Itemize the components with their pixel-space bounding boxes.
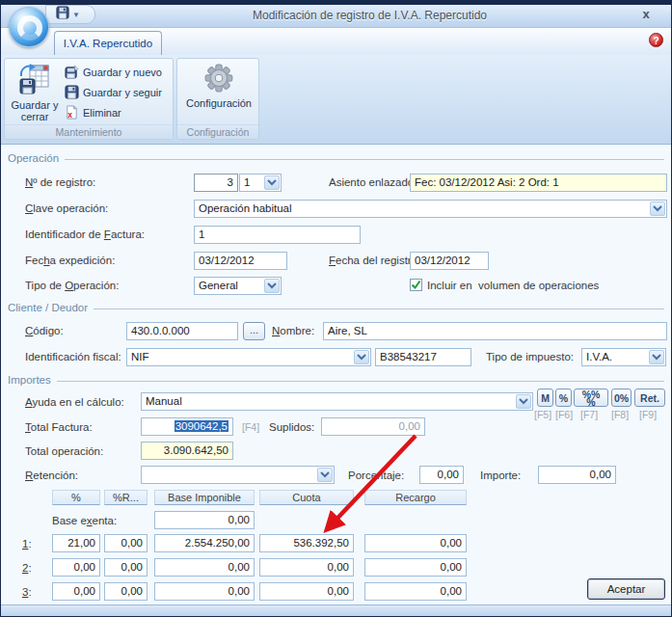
incluir-volumen-checkbox[interactable] xyxy=(410,279,422,291)
chevron-down-icon[interactable] xyxy=(354,350,369,364)
importe-field[interactable]: 0,00 xyxy=(538,466,616,484)
configuracion-button[interactable]: Configuración xyxy=(190,61,248,124)
identificacion-fiscal-value: NIF xyxy=(131,351,149,362)
percent-quick-button[interactable]: % xyxy=(555,389,572,407)
row-2-pct-r-field[interactable]: 0,00 xyxy=(104,558,148,577)
eliminar-label: Eliminar xyxy=(83,107,121,119)
titlebar[interactable]: Modificación de registro de I.V.A. Reper… xyxy=(1,5,671,28)
aceptar-button[interactable]: Aceptar xyxy=(587,578,665,600)
close-icon[interactable]: x xyxy=(638,7,654,21)
codigo-field[interactable]: 430.0.0.000 xyxy=(126,322,238,340)
chevron-down-icon[interactable] xyxy=(516,394,531,409)
tipo-impuesto-label: Tipo de impuesto: xyxy=(486,351,574,362)
tab-iva-repercutido[interactable]: I.V.A. Repercutido xyxy=(54,31,162,55)
nombre-field[interactable]: Aire, SL xyxy=(323,322,667,340)
chevron-down-icon[interactable]: ▼ xyxy=(72,11,80,19)
f9-hint: [F9] xyxy=(639,409,657,420)
row-2-recargo-field[interactable]: 0,00 xyxy=(364,558,467,577)
row-1-label: 1: xyxy=(22,538,32,550)
total-operacion-label: Total operación: xyxy=(25,445,103,457)
chevron-down-icon[interactable] xyxy=(317,468,333,482)
fecha-expedicion-field[interactable]: 03/12/2012 xyxy=(194,252,287,270)
base-exenta-label: Base exenta: xyxy=(52,515,117,526)
zero-percent-quick-button[interactable]: 0% xyxy=(611,389,632,407)
importe-label: Importe: xyxy=(480,469,521,481)
clave-label: Clave operación: xyxy=(25,202,108,214)
col-header-recargo: Recargo xyxy=(364,490,467,505)
row-1-recargo-field[interactable]: 0,00 xyxy=(364,534,467,552)
registro-label: Nº de registro: xyxy=(25,176,95,188)
chevron-down-icon[interactable] xyxy=(264,175,280,190)
help-icon[interactable]: ? xyxy=(649,33,663,47)
guardar-y-seguir-label: Guardar y seguir xyxy=(83,87,162,98)
guardar-y-nuevo-button[interactable]: Guardar y nuevo xyxy=(65,63,162,82)
section-cliente: Cliente / Deudor xyxy=(8,302,664,313)
f5-hint: [F5] xyxy=(534,409,551,420)
row-1-pct-field[interactable]: 21,00 xyxy=(52,534,100,552)
total-factura-label: Total Factura: xyxy=(25,421,93,433)
double-percent-quick-button[interactable]: %%% xyxy=(574,389,608,407)
application-menu-button[interactable] xyxy=(9,7,49,47)
total-operacion-field[interactable]: 3.090.642,50 xyxy=(141,442,233,460)
retencion-select[interactable] xyxy=(141,466,335,484)
chevron-down-icon[interactable] xyxy=(650,201,665,216)
row-3-pct-r-field[interactable]: 0,00 xyxy=(104,582,148,601)
col-header-cuota: Cuota xyxy=(259,490,354,505)
window-bottom-strip xyxy=(1,604,671,616)
row-1-base-field[interactable]: 2.554.250,00 xyxy=(154,534,255,552)
manual-quick-button[interactable]: M xyxy=(537,389,553,407)
checkmark-icon xyxy=(411,280,421,290)
porcentaje-field[interactable]: 0,00 xyxy=(419,466,464,484)
asiento-field[interactable]: Fec: 03/12/2012 Asi: 2 Ord: 1 xyxy=(410,174,667,192)
f8-hint: [F8] xyxy=(611,409,629,420)
identificacion-fiscal-label: Identificación fiscal: xyxy=(25,351,121,362)
row-2-cuota-field[interactable]: 0,00 xyxy=(259,558,354,577)
row-3-recargo-field[interactable]: 0,00 xyxy=(364,582,467,601)
tipo-impuesto-select[interactable]: I.V.A. xyxy=(581,348,666,366)
chevron-down-icon[interactable] xyxy=(264,279,280,293)
section-cliente-title: Cliente / Deudor xyxy=(8,302,88,313)
row-3-label: 3: xyxy=(22,586,32,598)
fecha-registro-label: Fecha del registro: xyxy=(329,255,420,266)
quick-access-toolbar: ▼ xyxy=(45,5,95,24)
row-1-cuota-field[interactable]: 536.392,50 xyxy=(259,534,354,552)
svg-text:x: x xyxy=(67,110,72,120)
save-new-icon xyxy=(65,65,79,81)
ribbon-tabstrip: I.V.A. Repercutido xyxy=(1,28,671,55)
guardar-y-cerrar-button[interactable]: Guardar y cerrar xyxy=(7,61,63,124)
section-importes-title: Importes xyxy=(8,374,51,386)
total-factura-field[interactable]: 3090642,5 xyxy=(141,417,233,436)
row-2-base-field[interactable]: 0,00 xyxy=(154,558,255,577)
chevron-down-icon[interactable] xyxy=(649,350,664,364)
row-2-pct-field[interactable]: 0,00 xyxy=(52,558,100,577)
registro-sub-value: 1 xyxy=(244,176,250,188)
retencion-quick-button[interactable]: Ret. xyxy=(634,389,665,407)
group-caption-configuracion: Configuración xyxy=(177,124,258,139)
base-exenta-field[interactable]: 0,00 xyxy=(154,511,255,529)
ayuda-calculo-select[interactable]: Manual xyxy=(141,392,533,411)
nif-numero-field[interactable]: B38543217 xyxy=(375,348,471,366)
col-header-pct: % xyxy=(52,490,100,505)
registro-field[interactable]: 3 xyxy=(194,174,238,192)
identificador-field[interactable]: 1 xyxy=(194,226,361,244)
save-icon[interactable] xyxy=(56,6,69,23)
eliminar-button[interactable]: x Eliminar xyxy=(65,103,121,122)
ribbon-group-configuracion: Configuración Configuración xyxy=(176,58,259,140)
codigo-label: Código: xyxy=(25,325,64,336)
fecha-expedicion-label: Fecha expedición: xyxy=(25,255,115,266)
row-3-pct-field[interactable]: 0,00 xyxy=(52,582,100,601)
suplidos-field[interactable]: 0,00 xyxy=(321,417,425,436)
delete-icon: x xyxy=(65,105,79,121)
row-1-pct-r-field[interactable]: 0,00 xyxy=(104,534,148,552)
tipo-operacion-select[interactable]: General xyxy=(194,277,282,295)
registro-sub-select[interactable]: 1 xyxy=(239,174,282,192)
identificacion-fiscal-select[interactable]: NIF xyxy=(126,348,371,366)
f6-hint: [F6] xyxy=(555,409,573,420)
clave-select[interactable]: Operación habitual xyxy=(194,200,667,218)
fecha-registro-field[interactable]: 03/12/2012 xyxy=(410,252,489,270)
codigo-browse-button[interactable]: ... xyxy=(243,322,265,340)
row-3-base-field[interactable]: 0,00 xyxy=(154,582,255,601)
row-3-cuota-field[interactable]: 0,00 xyxy=(259,582,354,601)
clave-value: Operación habitual xyxy=(199,202,292,214)
guardar-y-seguir-button[interactable]: Guardar y seguir xyxy=(65,83,162,102)
